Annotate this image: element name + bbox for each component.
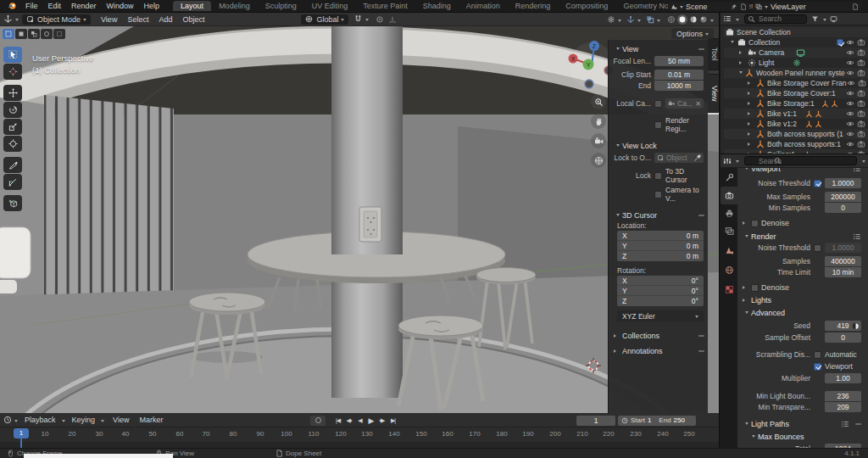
viewport-menu-view[interactable]: View: [96, 15, 122, 24]
viewport-3d[interactable]: Object Mode View Select Add Object Globa…: [0, 13, 720, 413]
options-button[interactable]: Options: [671, 28, 714, 39]
camera-to-view-checkbox[interactable]: [654, 191, 662, 198]
vp-denoise-header[interactable]: Denoise: [743, 219, 861, 227]
outliner-row-bike-storage-cover-1[interactable]: Bike Storage Cover:1: [724, 88, 868, 98]
mode-selector[interactable]: Object Mode: [22, 14, 91, 25]
menu-window[interactable]: Window: [102, 2, 139, 10]
cursor-rot-y[interactable]: Y0°: [617, 286, 704, 296]
min-light-bounces-field[interactable]: 236: [825, 391, 861, 401]
tab-texture-properties[interactable]: [721, 279, 737, 300]
clear-icon[interactable]: ✕: [695, 100, 701, 108]
cursor-loc-z[interactable]: Z0 m: [617, 251, 704, 261]
rn-noise-field[interactable]: 1.0000: [825, 243, 861, 253]
eye-icon[interactable]: [846, 48, 854, 57]
editor-type-button[interactable]: [0, 14, 22, 24]
current-frame-field[interactable]: 1: [576, 416, 615, 426]
tab-sculpting[interactable]: Sculpting: [258, 2, 304, 10]
tool-move[interactable]: [3, 85, 22, 101]
outliner-editor-icon[interactable]: [723, 14, 732, 23]
view-layer-selector[interactable]: ViewLayer: [753, 2, 861, 11]
multiplier-field[interactable]: 1.00: [825, 373, 861, 383]
tab-compositing[interactable]: Compositing: [558, 2, 615, 10]
tab-texture-paint[interactable]: Texture Paint: [355, 2, 415, 10]
collection-checkbox[interactable]: [837, 39, 843, 46]
eye-icon[interactable]: [846, 140, 854, 148]
camera-view-button[interactable]: [591, 133, 606, 148]
outliner-row-camera[interactable]: Camera: [724, 47, 868, 58]
menu-render[interactable]: Render: [66, 2, 102, 10]
outliner-options-icon[interactable]: [830, 15, 837, 23]
tool-measure[interactable]: [3, 174, 22, 190]
max-bounces-header[interactable]: Max Bounces: [749, 433, 861, 441]
rn-denoise-checkbox[interactable]: [751, 284, 759, 292]
play-reverse-button[interactable]: ◀: [354, 416, 365, 426]
play-button[interactable]: ▶: [365, 416, 376, 426]
eye-icon[interactable]: [847, 79, 855, 87]
camera-render-icon[interactable]: [857, 120, 865, 128]
animate-decorator-icon[interactable]: [852, 322, 860, 330]
min-transparent-field[interactable]: 209: [825, 402, 861, 412]
preset-menu-icon[interactable]: [841, 420, 849, 428]
view-panel-header[interactable]: View: [614, 45, 704, 53]
cursor-loc-y[interactable]: Y0 m: [617, 241, 704, 251]
outliner-row-wooden-panel[interactable]: Wooden Panel runner syste: [724, 68, 868, 78]
shading-rendered-icon[interactable]: [699, 15, 708, 24]
camera-render-icon[interactable]: [857, 59, 865, 67]
menu-edit[interactable]: Edit: [43, 2, 67, 10]
preset-menu-icon[interactable]: [853, 168, 861, 173]
tab-world-properties[interactable]: [721, 261, 737, 279]
playhead[interactable]: 1: [14, 428, 29, 438]
local-camera-checkbox[interactable]: [654, 100, 662, 108]
seed-field[interactable]: 419: [825, 321, 861, 331]
collections-panel-header[interactable]: Collections: [614, 332, 704, 340]
outliner-row-both-across-supports-p1[interactable]: Both across supports (1: [724, 129, 868, 139]
gizmos-icon[interactable]: [607, 15, 615, 24]
eye-icon[interactable]: [846, 89, 854, 98]
prev-keyframe-button[interactable]: ◀•: [343, 416, 354, 426]
properties-search-input[interactable]: [744, 156, 857, 165]
viewport-menu-add[interactable]: Add: [153, 15, 177, 24]
npanel-tab-view[interactable]: View: [708, 74, 720, 113]
annotations-panel-header[interactable]: Annotations: [614, 347, 704, 355]
timeline-menu-keying[interactable]: Keying: [65, 416, 99, 424]
viewport-menu-select[interactable]: Select: [122, 15, 153, 24]
clip-end-field[interactable]: 1000 m: [654, 81, 704, 91]
advanced-section-header[interactable]: Advanced: [743, 309, 861, 317]
auto-key-button[interactable]: [310, 416, 326, 426]
camera-render-icon[interactable]: [857, 89, 865, 98]
render-section-header[interactable]: Render: [743, 232, 861, 241]
tab-animation[interactable]: Animation: [459, 2, 508, 10]
outliner-row-bike-storage-1[interactable]: Bike Storage:1: [724, 98, 868, 109]
viewport-section-header[interactable]: Viewport: [743, 168, 861, 173]
timeline-ruler[interactable]: 10 20 30 40 50 60 70 80 90 100 110 120 1…: [0, 427, 719, 448]
render-region-checkbox[interactable]: [654, 121, 662, 129]
transform-orientation[interactable]: Global: [301, 14, 348, 25]
camera-render-icon[interactable]: [857, 38, 865, 47]
perspective-toggle-button[interactable]: [591, 153, 606, 168]
outliner-row-scene-collection[interactable]: Scene Collection: [724, 27, 868, 37]
eye-icon[interactable]: [846, 38, 854, 47]
camera-render-icon[interactable]: [857, 48, 865, 57]
menu-help[interactable]: Help: [139, 2, 165, 10]
tab-uv-editing[interactable]: UV Editing: [304, 2, 356, 10]
eye-icon[interactable]: [846, 120, 854, 128]
lock-to-object-field[interactable]: Object: [654, 153, 704, 163]
proportional-edit-toggle[interactable]: [376, 15, 397, 24]
select-mode-circle[interactable]: [28, 29, 40, 39]
camera-render-icon[interactable]: [857, 69, 865, 77]
tool-transform[interactable]: [3, 136, 22, 152]
sample-offset-field[interactable]: 0: [825, 332, 861, 343]
tool-select-box[interactable]: [3, 47, 22, 63]
new-scene-icon[interactable]: [740, 3, 747, 10]
max-samples-field[interactable]: 200000: [825, 192, 861, 202]
timeline-editor-button[interactable]: [0, 416, 21, 424]
shading-material-icon[interactable]: [689, 15, 698, 24]
clip-start-field[interactable]: 0.01 m: [654, 70, 704, 80]
cursor-loc-x[interactable]: X0 m: [617, 231, 704, 241]
timeline-menu-playback[interactable]: Playback: [21, 416, 59, 424]
local-camera-field[interactable]: Ca... ✕: [665, 98, 704, 109]
tool-add-cube[interactable]: [3, 195, 22, 211]
vp-noise-field[interactable]: 1.0000: [825, 178, 861, 188]
eye-icon[interactable]: [846, 109, 854, 118]
cursor-rot-z[interactable]: Z0°: [617, 296, 704, 306]
